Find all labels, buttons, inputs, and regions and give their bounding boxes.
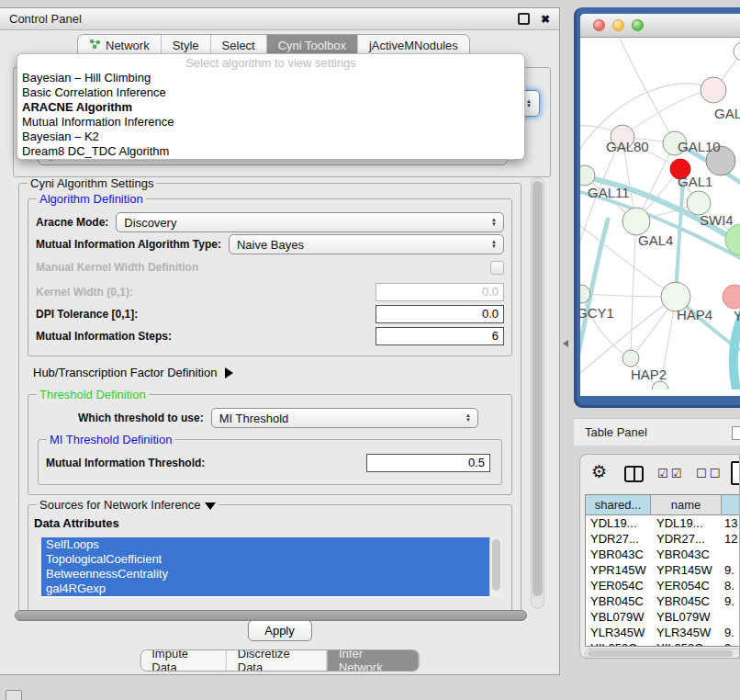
popup-item-mutual-information-inference[interactable]: Mutual Information Inference xyxy=(17,115,524,130)
popup-item-bayesian-k2[interactable]: Bayesian – K2 xyxy=(17,130,524,144)
cell: 9. xyxy=(722,593,740,609)
tab-jactivemnodules[interactable]: jActiveMNodules xyxy=(357,35,469,55)
tab-discretize-data[interactable]: Discretize Data xyxy=(226,650,327,671)
table-row[interactable]: YER054CYER054C8. xyxy=(586,578,740,593)
node-table: shared...name YDL19...YDL19...13YDR27...… xyxy=(585,494,740,647)
cell: YIL052C xyxy=(586,640,651,647)
columns-icon[interactable] xyxy=(624,466,644,482)
table-panel-title: Table Panel xyxy=(585,425,647,439)
attribute-item-gal4rgexp[interactable]: gal4RGexp xyxy=(41,581,490,596)
control-panel-title: Control Panel xyxy=(9,12,518,26)
network-icon xyxy=(89,39,101,52)
dpi-tolerance-field[interactable]: 0.0 xyxy=(376,305,504,323)
mi-steps-field[interactable]: 6 xyxy=(376,327,504,345)
tab-network[interactable]: Network xyxy=(78,35,161,55)
mi-type-combobox[interactable]: Naive Bayes xyxy=(229,234,504,254)
node-pink-right[interactable] xyxy=(723,285,740,309)
table-row[interactable]: YPR145WYPR145W9. xyxy=(586,562,740,578)
manual-kernel-checkbox[interactable] xyxy=(490,261,504,275)
float-window-icon[interactable] xyxy=(518,13,530,25)
export-table-icon[interactable] xyxy=(731,461,740,485)
aracne-mode-value: Discovery xyxy=(124,216,176,230)
popup-item-basic-correlation-inference[interactable]: Basic Correlation Inference xyxy=(17,85,524,100)
table-row[interactable]: YLR345WYLR345W9. xyxy=(586,625,740,640)
popup-item-dream8-dc-tdc-algorithm[interactable]: Dream8 DC_TDC Algorithm xyxy=(17,144,524,159)
tab-select[interactable]: Select xyxy=(210,35,266,55)
deselect-all-columns-icon[interactable]: ☐☐ xyxy=(696,467,723,480)
column-header-name[interactable]: name xyxy=(651,495,722,514)
panel-vertical-scrollbar[interactable] xyxy=(531,177,544,609)
apply-button[interactable]: Apply xyxy=(248,620,312,641)
table-toolbar: ⚙ ☑☑ ☐☐ xyxy=(580,460,739,488)
table-row[interactable]: YDL19...YDL19...13 xyxy=(586,515,740,531)
hub-definition-expander[interactable]: Hub/Transcription Factor Definition xyxy=(33,366,512,379)
node-label-gcy1: GCY1 xyxy=(580,305,614,321)
table-row[interactable]: YDR27...YDR27...12 xyxy=(586,531,740,547)
network-canvas[interactable]: GALGAL80GAL10GAL1GAL11SWI4GAL4GCY1HAP4YH… xyxy=(580,38,740,396)
gear-icon[interactable]: ⚙ xyxy=(591,461,607,482)
spinner-arrows-icon xyxy=(465,413,471,423)
mi-threshold-field[interactable]: 0.5 xyxy=(366,454,490,472)
popup-item-bayesian-hill-climbing[interactable]: Bayesian – Hill Climbing xyxy=(17,71,524,85)
dpi-tolerance-label: DPI Tolerance [0,1]: xyxy=(36,308,138,321)
cell: 13 xyxy=(722,515,740,531)
tab-label: Discretize Data xyxy=(238,649,316,672)
data-attributes-list: SelfLoopsTopologicalCoefficientBetweenne… xyxy=(41,537,502,598)
cell: YBR043C xyxy=(586,547,651,562)
sources-group: Sources for Network Inference Data Attri… xyxy=(28,504,512,610)
cell: 9. xyxy=(722,625,740,640)
table-row[interactable]: YBR045CYBR045C9. xyxy=(586,593,740,609)
tab-cyni-toolbox[interactable]: Cyni Toolbox xyxy=(266,35,357,55)
tab-infer-network[interactable]: Infer Network xyxy=(327,650,419,671)
expand-right-icon xyxy=(225,367,233,378)
node-top-right[interactable] xyxy=(734,42,740,61)
node-label-hap2: HAP2 xyxy=(631,367,667,382)
node-label-gal4: GAL4 xyxy=(638,232,673,248)
zoom-window-icon[interactable] xyxy=(632,19,644,31)
which-threshold-combobox[interactable]: MI Threshold xyxy=(211,408,478,428)
splitter-collapse-icon[interactable] xyxy=(563,340,568,347)
attribute-item-betweennesscentrality[interactable]: BetweennessCentrality xyxy=(41,567,490,581)
tab-style[interactable]: Style xyxy=(161,35,210,55)
close-window-icon[interactable] xyxy=(593,19,605,31)
column-header-3[interactable] xyxy=(722,495,740,514)
table-panel-window-icon[interactable] xyxy=(732,426,740,440)
cell: YDR27... xyxy=(586,531,651,547)
attribute-item-topologicalcoefficient[interactable]: TopologicalCoefficient xyxy=(41,552,490,567)
aracne-mode-combobox[interactable]: Discovery xyxy=(116,212,504,232)
cell: 8. xyxy=(722,578,740,593)
popup-item-aracne-algorithm[interactable]: ARACNE Algorithm xyxy=(17,100,524,115)
data-attributes-label: Data Attributes xyxy=(34,516,506,530)
cell: YER054C xyxy=(651,578,722,593)
cell: YDR27... xyxy=(651,531,722,547)
table-row[interactable]: YBR043CYBR043C xyxy=(586,547,740,562)
attribute-list-scrollbar[interactable] xyxy=(489,537,502,598)
attribute-item-selfloops[interactable]: SelfLoops xyxy=(41,537,490,552)
minimize-window-icon[interactable] xyxy=(612,19,624,31)
node-hap2[interactable] xyxy=(622,350,639,367)
mi-threshold-title: MI Threshold Definition xyxy=(47,433,174,446)
scrollbar-thumb[interactable] xyxy=(492,539,500,591)
minimized-window-icon[interactable] xyxy=(6,690,22,700)
tab-impute-data[interactable]: Impute Data xyxy=(140,650,226,671)
node-pink-top[interactable] xyxy=(701,77,726,103)
kernel-width-field[interactable]: 0.0 xyxy=(376,283,504,301)
table-row[interactable]: YIL052CYIL052C9 xyxy=(586,640,740,647)
table-row[interactable]: YBL079WYBL079W xyxy=(586,609,740,625)
sources-title[interactable]: Sources for Network Inference xyxy=(37,498,219,512)
table-horizontal-scrollbar[interactable] xyxy=(585,649,740,659)
network-edge xyxy=(631,221,636,358)
tab-label: Impute Data xyxy=(151,649,215,672)
node-bottom[interactable] xyxy=(652,381,668,390)
node-gal4[interactable] xyxy=(622,208,650,235)
scrollbar-thumb[interactable] xyxy=(533,181,543,596)
cell: YBL079W xyxy=(651,609,722,625)
scrollbar-thumb[interactable] xyxy=(588,650,733,657)
cell: YPR145W xyxy=(651,562,722,578)
select-all-columns-icon[interactable]: ☑☑ xyxy=(657,467,684,480)
manual-kernel-label: Manual Kernel Width Definition xyxy=(36,261,198,274)
column-header-shared[interactable]: shared... xyxy=(586,495,651,514)
table-panel-window: ⚙ ☑☑ ☐☐ shared...name YDL19...YDL19...13… xyxy=(579,454,740,659)
close-icon[interactable]: ✖ xyxy=(541,13,550,26)
network-view-inner: GALGAL80GAL10GAL1GAL11SWI4GAL4GCY1HAP4YH… xyxy=(580,14,740,396)
